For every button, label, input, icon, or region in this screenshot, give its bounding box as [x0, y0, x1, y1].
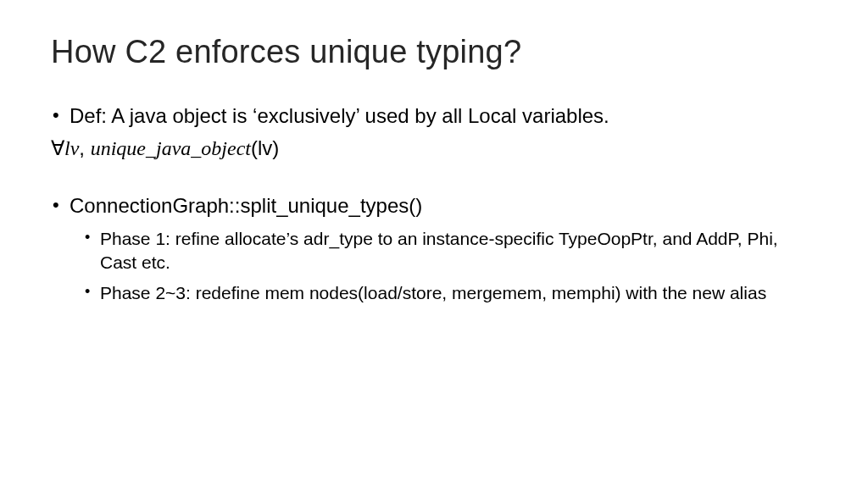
forall-symbol: ∀	[51, 137, 64, 159]
bullet-definition: Def: A java object is ‘exclusively’ used…	[51, 103, 817, 130]
formula-line: ∀lv, unique_java_object(lv)	[51, 136, 817, 160]
bullet-conngraph: ConnectionGraph::split_unique_types()	[51, 192, 817, 219]
slide-title: How C2 enforces unique typing?	[51, 34, 817, 70]
formula-lv: lv	[64, 137, 79, 159]
formula-comma: ,	[79, 136, 90, 159]
content-list-2: ConnectionGraph::split_unique_types() Ph…	[51, 192, 817, 305]
content-list: Def: A java object is ‘exclusively’ used…	[51, 103, 817, 130]
formula-func: unique_java_object	[91, 137, 251, 159]
formula-arg: (lv)	[251, 136, 279, 159]
bullet-phase1: Phase 1: refine allocate’s adr_type to a…	[51, 227, 817, 275]
bullet-phase23: Phase 2~3: redefine mem nodes(load/store…	[51, 281, 817, 305]
